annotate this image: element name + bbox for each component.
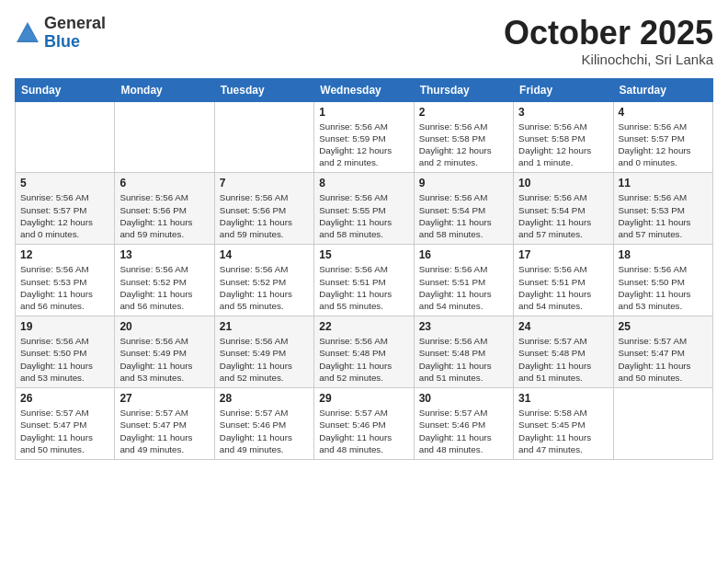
logo-text: General Blue (44, 15, 106, 52)
table-row (115, 101, 214, 173)
logo: General Blue (15, 15, 106, 52)
logo-general: General (44, 15, 106, 33)
table-row: 29Sunrise: 5:57 AM Sunset: 5:46 PM Dayli… (314, 388, 414, 460)
table-row: 17Sunrise: 5:56 AM Sunset: 5:51 PM Dayli… (514, 245, 613, 316)
cell-day-number: 5 (20, 177, 109, 190)
cell-day-info: Sunrise: 5:56 AM Sunset: 5:56 PM Dayligh… (119, 191, 209, 240)
cell-day-number: 13 (119, 248, 209, 261)
table-row (613, 388, 712, 460)
col-friday: Friday (514, 78, 613, 101)
table-row: 21Sunrise: 5:56 AM Sunset: 5:49 PM Dayli… (214, 316, 313, 388)
table-row: 11Sunrise: 5:56 AM Sunset: 5:53 PM Dayli… (613, 173, 712, 245)
cell-day-number: 14 (220, 248, 309, 261)
cell-day-number: 20 (119, 320, 209, 333)
calendar-week-row: 1Sunrise: 5:56 AM Sunset: 5:59 PM Daylig… (16, 101, 713, 173)
cell-day-info: Sunrise: 5:56 AM Sunset: 5:50 PM Dayligh… (20, 335, 109, 384)
table-row: 7Sunrise: 5:56 AM Sunset: 5:56 PM Daylig… (214, 173, 313, 245)
cell-day-info: Sunrise: 5:56 AM Sunset: 5:58 PM Dayligh… (518, 121, 608, 169)
cell-day-info: Sunrise: 5:56 AM Sunset: 5:51 PM Dayligh… (518, 263, 608, 312)
table-row (214, 101, 313, 173)
cell-day-number: 11 (619, 177, 708, 190)
table-row: 27Sunrise: 5:57 AM Sunset: 5:47 PM Dayli… (115, 388, 214, 460)
cell-day-number: 4 (619, 106, 708, 119)
cell-day-info: Sunrise: 5:57 AM Sunset: 5:48 PM Dayligh… (518, 335, 608, 384)
table-row: 18Sunrise: 5:56 AM Sunset: 5:50 PM Dayli… (613, 245, 712, 316)
table-row: 30Sunrise: 5:57 AM Sunset: 5:46 PM Dayli… (414, 388, 513, 460)
title-block: October 2025 Kilinochchi, Sri Lanka (504, 15, 713, 67)
calendar-table: Sunday Monday Tuesday Wednesday Thursday… (15, 78, 713, 460)
col-sunday: Sunday (16, 78, 115, 101)
table-row: 31Sunrise: 5:58 AM Sunset: 5:45 PM Dayli… (514, 388, 613, 460)
location-subtitle: Kilinochchi, Sri Lanka (504, 52, 713, 67)
cell-day-info: Sunrise: 5:56 AM Sunset: 5:55 PM Dayligh… (319, 191, 408, 240)
logo-blue: Blue (44, 33, 106, 52)
cell-day-number: 23 (419, 320, 508, 333)
col-wednesday: Wednesday (314, 78, 414, 101)
table-row: 16Sunrise: 5:56 AM Sunset: 5:51 PM Dayli… (414, 245, 513, 316)
calendar-header-row: Sunday Monday Tuesday Wednesday Thursday… (16, 78, 713, 101)
cell-day-info: Sunrise: 5:56 AM Sunset: 5:52 PM Dayligh… (119, 263, 209, 312)
cell-day-number: 21 (220, 320, 309, 333)
cell-day-number: 1 (319, 106, 408, 119)
table-row: 12Sunrise: 5:56 AM Sunset: 5:53 PM Dayli… (16, 245, 115, 316)
cell-day-info: Sunrise: 5:57 AM Sunset: 5:47 PM Dayligh… (20, 407, 109, 455)
table-row: 10Sunrise: 5:56 AM Sunset: 5:54 PM Dayli… (514, 173, 613, 245)
cell-day-number: 17 (518, 248, 608, 261)
table-row: 19Sunrise: 5:56 AM Sunset: 5:50 PM Dayli… (16, 316, 115, 388)
cell-day-info: Sunrise: 5:56 AM Sunset: 5:51 PM Dayligh… (319, 263, 408, 312)
table-row: 2Sunrise: 5:56 AM Sunset: 5:58 PM Daylig… (414, 101, 513, 173)
cell-day-info: Sunrise: 5:56 AM Sunset: 5:51 PM Dayligh… (419, 263, 508, 312)
cell-day-info: Sunrise: 5:56 AM Sunset: 5:53 PM Dayligh… (20, 263, 109, 312)
cell-day-number: 2 (419, 106, 508, 119)
cell-day-number: 3 (518, 106, 608, 119)
table-row: 20Sunrise: 5:56 AM Sunset: 5:49 PM Dayli… (115, 316, 214, 388)
table-row: 1Sunrise: 5:56 AM Sunset: 5:59 PM Daylig… (314, 101, 414, 173)
cell-day-info: Sunrise: 5:56 AM Sunset: 5:54 PM Dayligh… (518, 191, 608, 240)
table-row: 28Sunrise: 5:57 AM Sunset: 5:46 PM Dayli… (214, 388, 313, 460)
cell-day-info: Sunrise: 5:57 AM Sunset: 5:47 PM Dayligh… (619, 335, 708, 384)
cell-day-number: 29 (319, 392, 408, 405)
cell-day-number: 19 (20, 320, 109, 333)
cell-day-info: Sunrise: 5:56 AM Sunset: 5:49 PM Dayligh… (119, 335, 209, 384)
cell-day-number: 9 (419, 177, 508, 190)
cell-day-info: Sunrise: 5:56 AM Sunset: 5:56 PM Dayligh… (220, 191, 309, 240)
table-row: 24Sunrise: 5:57 AM Sunset: 5:48 PM Dayli… (514, 316, 613, 388)
page-header: General Blue October 2025 Kilinochchi, S… (15, 15, 713, 67)
cell-day-info: Sunrise: 5:56 AM Sunset: 5:48 PM Dayligh… (319, 335, 408, 384)
cell-day-number: 26 (20, 392, 109, 405)
cell-day-number: 31 (518, 392, 608, 405)
cell-day-number: 28 (220, 392, 309, 405)
table-row: 22Sunrise: 5:56 AM Sunset: 5:48 PM Dayli… (314, 316, 414, 388)
cell-day-info: Sunrise: 5:57 AM Sunset: 5:46 PM Dayligh… (419, 407, 508, 455)
cell-day-number: 12 (20, 248, 109, 261)
cell-day-number: 10 (518, 177, 608, 190)
table-row: 9Sunrise: 5:56 AM Sunset: 5:54 PM Daylig… (414, 173, 513, 245)
cell-day-info: Sunrise: 5:56 AM Sunset: 5:57 PM Dayligh… (619, 121, 708, 169)
cell-day-info: Sunrise: 5:57 AM Sunset: 5:46 PM Dayligh… (319, 407, 408, 455)
cell-day-info: Sunrise: 5:56 AM Sunset: 5:50 PM Dayligh… (619, 263, 708, 312)
cell-day-info: Sunrise: 5:56 AM Sunset: 5:52 PM Dayligh… (220, 263, 309, 312)
cell-day-number: 30 (419, 392, 508, 405)
cell-day-info: Sunrise: 5:56 AM Sunset: 5:58 PM Dayligh… (419, 121, 508, 169)
cell-day-number: 27 (119, 392, 209, 405)
calendar-week-row: 26Sunrise: 5:57 AM Sunset: 5:47 PM Dayli… (16, 388, 713, 460)
cell-day-info: Sunrise: 5:56 AM Sunset: 5:54 PM Dayligh… (419, 191, 508, 240)
table-row: 15Sunrise: 5:56 AM Sunset: 5:51 PM Dayli… (314, 245, 414, 316)
cell-day-number: 8 (319, 177, 408, 190)
cell-day-number: 16 (419, 248, 508, 261)
cell-day-number: 7 (220, 177, 309, 190)
cell-day-number: 18 (619, 248, 708, 261)
calendar-week-row: 12Sunrise: 5:56 AM Sunset: 5:53 PM Dayli… (16, 245, 713, 316)
cell-day-number: 25 (619, 320, 708, 333)
table-row: 5Sunrise: 5:56 AM Sunset: 5:57 PM Daylig… (16, 173, 115, 245)
cell-day-number: 22 (319, 320, 408, 333)
calendar-week-row: 5Sunrise: 5:56 AM Sunset: 5:57 PM Daylig… (16, 173, 713, 245)
table-row: 23Sunrise: 5:56 AM Sunset: 5:48 PM Dayli… (414, 316, 513, 388)
col-saturday: Saturday (613, 78, 712, 101)
cell-day-info: Sunrise: 5:56 AM Sunset: 5:57 PM Dayligh… (20, 191, 109, 240)
cell-day-info: Sunrise: 5:57 AM Sunset: 5:47 PM Dayligh… (119, 407, 209, 455)
cell-day-number: 15 (319, 248, 408, 261)
table-row: 13Sunrise: 5:56 AM Sunset: 5:52 PM Dayli… (115, 245, 214, 316)
cell-day-info: Sunrise: 5:57 AM Sunset: 5:46 PM Dayligh… (220, 407, 309, 455)
table-row: 26Sunrise: 5:57 AM Sunset: 5:47 PM Dayli… (16, 388, 115, 460)
